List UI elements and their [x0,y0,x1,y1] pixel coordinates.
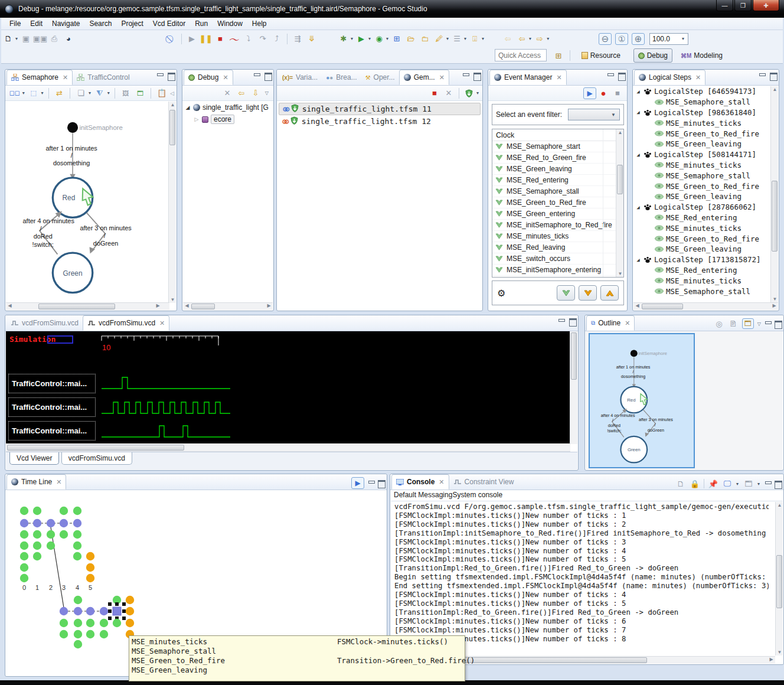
perspective-modeling[interactable]: ⌘M Modeling [677,48,727,63]
timeline-dot[interactable] [86,552,94,560]
mse-event-row[interactable]: MSE_Green_to_Red_fire [633,128,770,139]
close-icon[interactable]: ✕ [695,74,701,81]
menu-navigate[interactable]: Navigate [47,18,84,29]
skip-breakpoints-icon[interactable]: ⃠ [165,32,178,45]
tab-variables[interactable]: (x)=Varia... [278,70,322,85]
timeline-dot[interactable] [60,507,68,515]
timeline-dot[interactable] [20,542,28,550]
timeline-dot[interactable] [33,507,41,515]
timeline-dot[interactable] [74,607,82,615]
tab-breakpoints[interactable]: ●●Brea... [322,70,361,85]
timeline-dot-selected[interactable] [113,607,121,615]
tab-logical-steps[interactable]: Logical Steps✕ [634,70,705,85]
console-output[interactable]: vcdFromSimu.vcd F/org.gemoc.sample.tfsm.… [391,501,769,653]
v-scrollbar[interactable] [617,165,623,194]
quick-access-input[interactable] [495,49,547,61]
h-scrollbar[interactable] [38,304,115,309]
selection-handle[interactable] [122,609,126,613]
minimize-view-button[interactable] [558,318,564,324]
v-scrollbar[interactable] [571,332,577,380]
step-over-icon[interactable]: ↷ [256,32,269,45]
expander-icon[interactable]: ◢ [635,109,641,115]
timeline-dot[interactable] [33,519,41,527]
timeline-dot[interactable] [60,619,68,627]
mse-event-row[interactable]: MSE_Semaphore_stall [633,170,770,181]
new-gemoc-project-icon[interactable]: ⊞ [390,32,403,45]
task-list-icon[interactable]: ☰ [450,32,463,45]
step-into-selection-icon[interactable]: ⇩ [249,87,262,100]
menu-project[interactable]: Project [116,18,148,29]
close-icon[interactable]: ✕ [223,74,228,81]
launch-config-icon[interactable]: 🖉 [433,32,446,45]
stop-engine-icon[interactable]: ■ [428,87,441,100]
logical-step-row[interactable]: ◢LogicalStep [1713815872] [633,255,770,265]
timeline-dot[interactable] [73,542,81,550]
zoom-in-icon[interactable]: ⊕ [632,33,645,45]
refresh-icon[interactable]: ⇄ [53,87,66,100]
timeline-dot[interactable] [20,507,28,515]
initial-state-dot[interactable] [631,350,638,357]
run-launch-icon[interactable]: ▶ [355,32,368,45]
timeline-dot[interactable] [73,552,81,560]
tab-operations[interactable]: ⚒Oper... [361,70,399,85]
v-scrollbar[interactable] [169,110,175,145]
selection-handle[interactable] [108,609,112,613]
timeline-dot[interactable] [86,630,94,638]
selection-handle[interactable] [108,616,112,620]
timeline-dot[interactable] [113,619,121,627]
selection-handle[interactable] [122,616,126,620]
timeline-dot[interactable] [126,596,134,604]
event-filter-combo[interactable]: ▼ [568,109,620,120]
vcd-signal-label[interactable]: TrafficControl::mai... [8,421,96,441]
state-machine-diagram[interactable]: initSemaphoreafter 1 on minutes/dosometh… [6,102,163,296]
tab-event-manager[interactable]: Event Manager✕ [489,70,567,85]
tab-constraint-view[interactable]: Constraint View [449,474,518,490]
zoom-out-icon[interactable]: ⊖ [599,33,612,45]
mse-event-row[interactable]: MSE_Green_to_Red_fire [633,181,770,191]
timeline-dot[interactable] [73,507,81,515]
maximize-view-button[interactable] [775,481,781,487]
logical-step-row[interactable]: ◢LogicalStep [287866062] [633,202,770,213]
menu-edit[interactable]: Edit [25,18,47,29]
timeline-dot[interactable] [100,607,108,615]
menu-run[interactable]: Run [190,18,213,29]
maximize-view-button[interactable] [770,73,776,79]
mse-event-row[interactable]: MSE_Red_entering [633,213,770,223]
tab-vcd-inactive[interactable]: vcdFromSimu.vcd [6,315,83,331]
modeling-sphere-icon[interactable]: ◕ [62,32,75,45]
engine-row[interactable]: ⚙⚙single_traffic_light.tfsm 12 [279,115,481,128]
clock-item[interactable]: MSE_initSemaphore_to_Red_fire [492,220,623,231]
mse-event-row[interactable]: MSE_minutes_ticks [633,118,770,128]
outline-thumbnail[interactable]: initSemaphoreafter 1 on minutes/dosometh… [589,333,695,468]
step-into-icon[interactable]: ⤵ [242,32,255,45]
menu-search[interactable]: Search [84,18,116,29]
select-marquee-icon[interactable]: ⬚ [27,87,40,100]
maximize-view-button[interactable] [473,73,480,79]
debug-launch-icon[interactable]: ✱ [337,32,350,45]
back-icon[interactable]: ⇦ [515,32,528,45]
perspective-debug[interactable]: Debug [633,48,672,63]
logical-step-row[interactable]: ◢LogicalStep [508144171] [633,149,770,160]
expander-icon[interactable]: ◢ [185,105,191,110]
play-events-icon[interactable]: ▶ [583,87,596,99]
outline-thumbnail-icon[interactable]: 🗔 [742,318,754,329]
mse-event-row[interactable]: MSE_Green_to_Red_fire [633,233,770,244]
new-wizard-icon[interactable]: 🗋 [2,32,15,45]
logical-step-row[interactable]: ◢LogicalStep [646594173] [633,86,770,97]
link-editor-icon[interactable]: ◎ [714,319,724,328]
display-console-icon[interactable]: 🖵 [723,477,732,490]
mse-event-row[interactable]: MSE_minutes_ticks [633,275,770,286]
clock-item[interactable]: MSE_Red_entering [492,175,623,186]
expander-icon[interactable]: ▷ [194,116,200,122]
timeline-dot[interactable] [47,530,55,539]
close-icon[interactable]: ✕ [439,478,444,486]
maximize-view-button[interactable] [569,318,576,324]
menu-help[interactable]: Help [247,18,272,29]
mse-event-row[interactable]: MSE_Green_leaving [633,191,770,202]
v-scrollbar[interactable] [776,555,782,608]
timeline-dot[interactable] [86,574,94,582]
dispose-engines-icon[interactable]: ✕ [442,87,455,100]
vcd-signal-label[interactable]: TrafficControl::mai... [8,397,96,417]
folder-icon[interactable]: 🗀 [419,32,432,45]
open-perspective-icon[interactable]: ⊞ [552,49,565,62]
